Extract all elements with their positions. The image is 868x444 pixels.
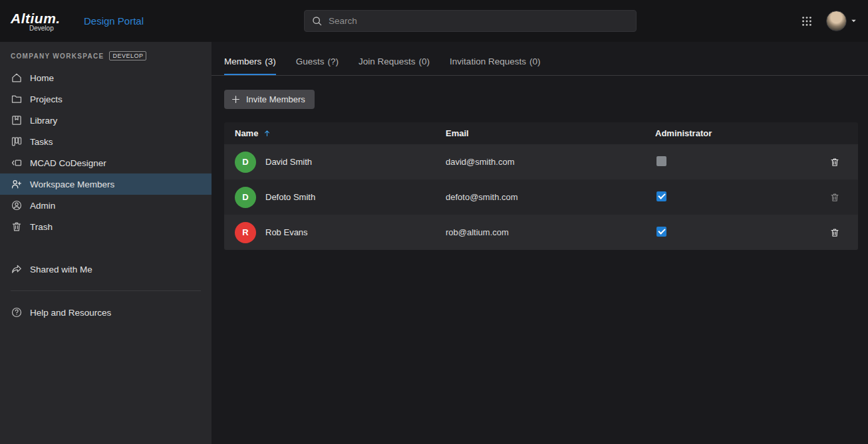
user-menu[interactable] xyxy=(826,11,857,31)
sidebar-item-mcad-codesigner[interactable]: MCAD CoDesigner xyxy=(0,152,212,173)
sidebar-item-label: Trash xyxy=(30,222,53,232)
column-label: Email xyxy=(446,128,469,138)
member-name-cell: D David Smith xyxy=(224,152,435,173)
member-name: Defoto Smith xyxy=(265,192,315,202)
trash-icon xyxy=(829,192,840,203)
sidebar-item-label: Library xyxy=(30,116,57,126)
search-input[interactable] xyxy=(329,16,629,26)
sidebar: COMPANY WORKSPACE DEVELOP Home Projects … xyxy=(0,42,212,444)
delete-member-button[interactable] xyxy=(827,189,843,205)
column-label: Administrator xyxy=(655,128,712,138)
mcad-icon xyxy=(11,157,23,169)
sidebar-item-help-and-resources[interactable]: Help and Resources xyxy=(0,302,212,323)
member-name: David Smith xyxy=(265,157,312,167)
member-email: david@smith.com xyxy=(435,157,645,167)
sidebar-item-projects[interactable]: Projects xyxy=(0,88,212,110)
apps-grid-icon xyxy=(801,15,813,27)
members-table: Name Email Administrator D David Smith d… xyxy=(224,122,858,250)
delete-member-button[interactable] xyxy=(827,225,843,241)
folder-icon xyxy=(11,93,23,105)
workspace-badge: DEVELOP xyxy=(109,51,146,60)
avatar: R xyxy=(235,222,256,243)
table-header-row: Name Email Administrator xyxy=(224,122,858,144)
tasks-icon xyxy=(11,136,23,148)
logo-subtext: Develop xyxy=(29,25,54,32)
admin-cell xyxy=(645,191,811,203)
actions-cell xyxy=(811,225,858,241)
main-content: Members (3) Guests (?) Join Requests (0)… xyxy=(212,42,868,444)
sidebar-item-label: Admin xyxy=(30,201,55,211)
member-email: defoto@smith.com xyxy=(435,192,645,202)
sidebar-item-label: Shared with Me xyxy=(30,265,92,275)
search-zone xyxy=(144,10,797,32)
tab-members[interactable]: Members (3) xyxy=(224,56,276,75)
admin-cell xyxy=(645,227,811,239)
chevron-down-icon[interactable] xyxy=(850,17,857,25)
sidebar-item-home[interactable]: Home xyxy=(0,67,212,88)
trash-icon xyxy=(829,157,840,167)
administrator-checkbox[interactable] xyxy=(656,227,666,237)
altium-logo[interactable]: Altium. Develop xyxy=(11,11,74,32)
library-icon xyxy=(11,114,23,126)
sort-ascending-icon[interactable] xyxy=(263,129,271,138)
invite-members-button[interactable]: Invite Members xyxy=(224,90,315,109)
avatar: D xyxy=(235,152,256,173)
column-header-email[interactable]: Email xyxy=(435,128,645,138)
sidebar-item-admin[interactable]: Admin xyxy=(0,195,212,216)
sidebar-divider xyxy=(11,290,201,291)
search-icon xyxy=(311,15,323,27)
administrator-checkbox[interactable] xyxy=(656,191,666,201)
sidebar-item-label: Home xyxy=(30,73,54,83)
sidebar-item-label: Projects xyxy=(30,94,63,104)
sidebar-item-library[interactable]: Library xyxy=(0,110,212,131)
tab-label: Join Requests xyxy=(359,56,416,66)
tab-invitation-requests[interactable]: Invitation Requests (0) xyxy=(450,56,540,75)
actions-cell xyxy=(811,154,858,170)
sidebar-item-workspace-members[interactable]: Workspace Members xyxy=(0,173,212,195)
sidebar-item-label: MCAD CoDesigner xyxy=(30,158,106,168)
tab-label: Invitation Requests xyxy=(450,56,526,66)
tab-join-requests[interactable]: Join Requests (0) xyxy=(359,56,430,75)
members-icon xyxy=(11,178,23,190)
member-name-cell: R Rob Evans xyxy=(224,222,435,243)
sidebar-item-tasks[interactable]: Tasks xyxy=(0,131,212,152)
table-row: D Defoto Smith defoto@smith.com xyxy=(224,179,858,215)
sidebar-item-label: Tasks xyxy=(30,137,53,147)
sidebar-item-label: Workspace Members xyxy=(30,179,114,189)
tab-count: (?) xyxy=(328,56,339,66)
search-box[interactable] xyxy=(304,10,637,32)
tab-label: Members xyxy=(224,56,261,66)
tab-guests[interactable]: Guests (?) xyxy=(296,56,339,75)
column-header-administrator[interactable]: Administrator xyxy=(645,128,811,138)
avatar: D xyxy=(235,187,256,208)
plus-icon xyxy=(231,94,241,104)
admin-cell xyxy=(645,156,811,168)
administrator-checkbox[interactable] xyxy=(656,156,666,166)
sidebar-item-label: Help and Resources xyxy=(30,308,111,318)
member-name: Rob Evans xyxy=(265,227,308,237)
sidebar-item-shared-with-me[interactable]: Shared with Me xyxy=(0,259,212,280)
user-avatar[interactable] xyxy=(826,11,847,31)
invite-members-label: Invite Members xyxy=(246,94,305,104)
sidebar-item-trash[interactable]: Trash xyxy=(0,216,212,237)
trash-icon xyxy=(11,221,23,233)
top-bar: Altium. Develop Design Portal xyxy=(0,0,868,42)
admin-icon xyxy=(11,199,23,211)
member-email: rob@altium.com xyxy=(435,227,645,237)
table-row: R Rob Evans rob@altium.com xyxy=(224,215,858,250)
column-header-name[interactable]: Name xyxy=(224,128,435,138)
sidebar-spacer xyxy=(0,237,212,259)
help-icon xyxy=(11,306,23,318)
workspace-label: COMPANY WORKSPACE xyxy=(11,53,104,60)
home-icon xyxy=(11,72,23,84)
tab-label: Guests xyxy=(296,56,325,66)
tab-count: (3) xyxy=(265,56,276,66)
delete-member-button[interactable] xyxy=(827,154,843,170)
tab-count: (0) xyxy=(419,56,430,66)
table-row: D David Smith david@smith.com xyxy=(224,144,858,179)
apps-grid-button[interactable] xyxy=(797,11,817,31)
portal-title: Design Portal xyxy=(84,15,144,27)
workspace-header: COMPANY WORKSPACE DEVELOP xyxy=(0,51,212,67)
tab-count: (0) xyxy=(529,56,541,66)
share-arrow-icon xyxy=(11,263,23,275)
